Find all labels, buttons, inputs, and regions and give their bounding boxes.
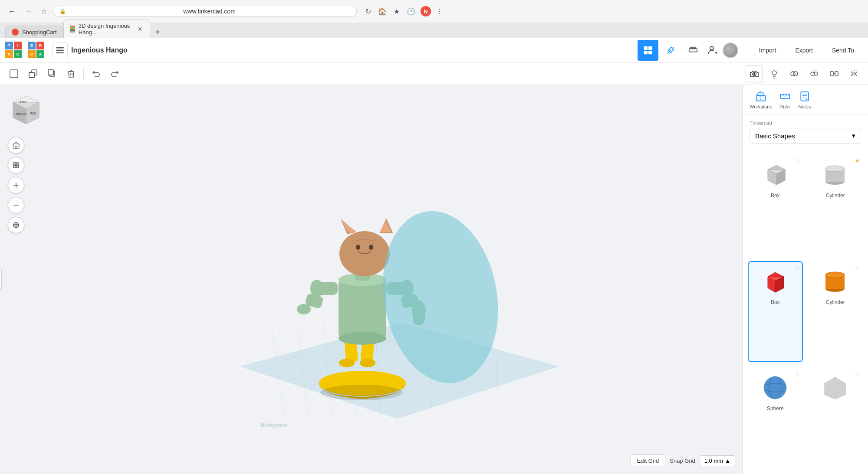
logo-cell-r: R — [36, 42, 44, 49]
shape-cylinder-gray-wrapper — [820, 160, 851, 190]
url-text: www.tinkercad.com — [69, 8, 350, 15]
shape-label-cylinder-orange: Cylinder — [826, 299, 845, 305]
ruler-button[interactable]: Ruler — [779, 90, 791, 109]
pickaxe-button[interactable] — [660, 40, 681, 61]
snap-grid-value[interactable]: 1.0 mm ▲ — [700, 455, 735, 466]
svg-rect-15 — [694, 47, 696, 49]
star-sphere-blue[interactable]: ☆ — [795, 370, 800, 377]
svg-rect-19 — [29, 72, 34, 78]
svg-rect-2 — [72, 27, 75, 29]
main-area: TOP FRONT RIG — [0, 85, 868, 474]
collapse-panel-button[interactable]: › — [0, 270, 2, 290]
shape-category-dropdown[interactable]: Basic Shapes ▾ — [750, 128, 861, 144]
redo-button[interactable] — [106, 65, 124, 82]
workplane-button[interactable]: Workplane — [750, 90, 772, 109]
bookmark-icon[interactable]: ☆ — [38, 6, 49, 17]
import-button[interactable]: Import — [750, 43, 785, 57]
svg-point-26 — [772, 71, 776, 75]
svg-rect-1 — [70, 27, 72, 29]
svg-point-28 — [793, 72, 798, 76]
browser-right-icons: ↻ 🏠 ★ 🕐 N ⋮ — [364, 6, 445, 17]
group-button[interactable] — [825, 65, 843, 82]
extensions-button[interactable]: ★ — [392, 6, 401, 17]
address-bar[interactable]: 🔒 www.tinkercad.com — [53, 6, 357, 17]
duplicate-button[interactable] — [43, 65, 61, 82]
home-browser-button[interactable]: 🏠 — [376, 6, 388, 17]
svg-point-25 — [754, 73, 755, 75]
svg-point-74 — [339, 332, 386, 345]
shape-item-cylinder-gray[interactable]: ★ Cylinder — [808, 154, 863, 256]
back-button[interactable]: ← — [5, 5, 18, 18]
star-cylinder-orange[interactable]: ☆ — [855, 264, 860, 271]
edit-grid-button[interactable]: Edit Grid — [631, 454, 666, 467]
scene-3d: Workplane — [0, 85, 742, 474]
light-button[interactable] — [766, 65, 783, 82]
shape-item-sphere-blue[interactable]: ☆ Sphere — [748, 367, 803, 469]
star-extra-1[interactable]: ☆ — [855, 370, 860, 377]
align-button[interactable] — [786, 65, 803, 82]
svg-rect-9 — [648, 46, 652, 49]
tab-favicon-tinkercad — [70, 26, 75, 33]
star-box-red[interactable]: ☆ — [795, 264, 800, 271]
tab-tinkercad[interactable]: 3D design Ingenious Hang... ✕ — [63, 20, 150, 38]
delete-button[interactable] — [62, 65, 80, 82]
tinkercad-logo: T I N K — [5, 42, 23, 59]
notes-button[interactable]: Notes — [798, 90, 811, 109]
app-menu-icon[interactable] — [52, 42, 68, 58]
svg-point-72 — [360, 359, 375, 367]
shape-sphere-blue-wrapper — [760, 373, 790, 403]
shape-item-cylinder-orange[interactable]: ☆ Cylinder — [808, 261, 863, 363]
tab-close-button[interactable]: ✕ — [137, 26, 144, 33]
svg-rect-17 — [10, 70, 18, 78]
lock-icon: 🔒 — [59, 8, 66, 14]
svg-point-125 — [764, 376, 786, 399]
svg-rect-32 — [830, 72, 833, 76]
logo-cell-c: C — [28, 50, 36, 58]
menu-button[interactable]: ⋮ — [434, 6, 445, 17]
star-box-gray[interactable]: ☆ — [795, 157, 800, 164]
undo-button[interactable] — [87, 65, 105, 82]
logo-cell-e: E — [28, 42, 36, 49]
shape-label-cylinder-gray: Cylinder — [826, 193, 845, 199]
app-topbar: T I N K E R C A In — [0, 38, 868, 62]
3d-scene-svg: Workplane — [184, 115, 558, 445]
panel-icons: Workplane Ruler — [750, 90, 811, 109]
shape-item-extra-1[interactable]: ☆ — [808, 367, 863, 469]
send-to-button[interactable]: Send To — [823, 43, 863, 57]
panel-header: Workplane Ruler — [743, 85, 868, 115]
shape-extra-1-wrapper — [820, 373, 851, 403]
tab-shopping-cart[interactable]: ShoppingCart — [5, 26, 63, 38]
logo-cell-i: I — [14, 42, 22, 49]
grid-view-button[interactable] — [638, 40, 658, 61]
export-button[interactable]: Export — [786, 43, 821, 57]
refresh-button[interactable]: ↻ — [364, 6, 373, 17]
tab-label-tinkercad: 3D design Ingenious Hang... — [79, 23, 133, 36]
svg-rect-104 — [801, 92, 809, 101]
mirror-button[interactable] — [806, 65, 823, 82]
svg-rect-11 — [648, 50, 652, 54]
shape-item-box-red[interactable]: ☆ Box — [748, 261, 803, 363]
shape-label-box-gray: Box — [771, 193, 780, 199]
copy-button[interactable] — [24, 65, 42, 82]
profile-icon[interactable]: N — [421, 6, 431, 16]
svg-rect-12 — [689, 49, 697, 52]
viewport[interactable]: TOP FRONT RIG — [0, 85, 742, 474]
history-button[interactable]: 🕐 — [405, 6, 417, 17]
shape-selector: Tinkercad Basic Shapes ▾ — [743, 115, 868, 149]
build-button[interactable] — [683, 40, 704, 61]
shape-item-box-gray[interactable]: ☆ Box — [748, 154, 803, 256]
flip-button[interactable] — [845, 65, 863, 82]
svg-marker-128 — [825, 377, 845, 399]
svg-point-16 — [710, 46, 713, 50]
snap-grid-label: Snap Grid — [670, 458, 695, 464]
star-cylinder-gray[interactable]: ★ — [855, 157, 860, 164]
new-shape-button[interactable] — [5, 65, 23, 82]
forward-button[interactable]: → — [22, 5, 35, 18]
shape-label-sphere-blue: Sphere — [767, 405, 784, 412]
user-avatar[interactable] — [723, 42, 738, 58]
add-user-button[interactable] — [705, 42, 721, 58]
camera-button[interactable] — [746, 65, 763, 82]
new-tab-button[interactable]: + — [152, 26, 164, 38]
topbar-right: Import Export Send To — [638, 40, 863, 61]
svg-rect-13 — [690, 47, 692, 49]
